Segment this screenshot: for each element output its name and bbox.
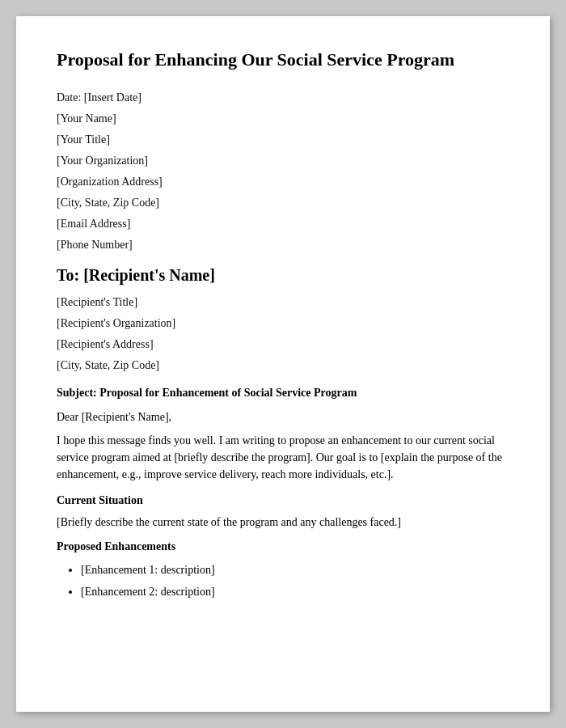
date-field: Date: [Insert Date]	[57, 91, 509, 104]
recipient-city: [City, State, Zip Code]	[57, 359, 509, 372]
sender-phone: [Phone Number]	[57, 239, 509, 252]
recipient-title: [Recipient's Title]	[57, 296, 509, 309]
document-page: Proposal for Enhancing Our Social Servic…	[16, 16, 550, 712]
enhancements-list: [Enhancement 1: description] [Enhancemen…	[57, 560, 509, 602]
sender-address: [Organization Address]	[57, 176, 509, 188]
sender-email: [Email Address]	[57, 218, 509, 231]
sender-name: [Your Name]	[57, 112, 509, 125]
document-title: Proposal for Enhancing Our Social Servic…	[57, 49, 509, 72]
recipient-organization: [Recipient's Organization]	[57, 317, 509, 330]
greeting: Dear [Recipient's Name],	[57, 411, 509, 424]
recipient-heading: To: [Recipient's Name]	[57, 266, 509, 285]
list-item: [Enhancement 2: description]	[81, 582, 509, 602]
recipient-address: [Recipient's Address]	[57, 338, 509, 351]
proposed-enhancements-heading: Proposed Enhancements	[57, 540, 509, 553]
sender-title: [Your Title]	[57, 133, 509, 146]
intro-paragraph: I hope this message finds you well. I am…	[57, 432, 509, 483]
list-item: [Enhancement 1: description]	[81, 560, 509, 580]
sender-organization: [Your Organization]	[57, 154, 509, 167]
current-situation-heading: Current Situation	[57, 494, 509, 507]
sender-city: [City, State, Zip Code]	[57, 197, 509, 210]
current-situation-text: [Briefly describe the current state of t…	[57, 514, 509, 531]
subject-line: Subject: Proposal for Enhancement of Soc…	[57, 387, 509, 400]
